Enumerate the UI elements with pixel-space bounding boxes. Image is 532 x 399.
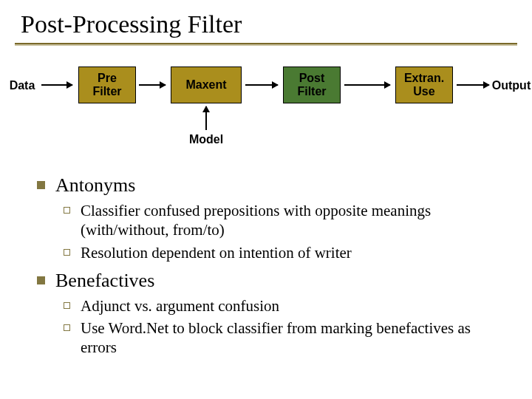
list-item: Resolution dependent on intention of wri… [64, 243, 510, 262]
maxent-box: Maxent [171, 66, 242, 103]
title-underline [15, 43, 517, 44]
section-heading: Antonyms [55, 174, 135, 197]
list-item: Classifier confused prepositions with op… [64, 201, 510, 240]
arrow-icon [344, 84, 390, 86]
arrow-up-icon [205, 106, 207, 130]
content-area: Antonyms Classifier confused preposition… [0, 171, 532, 358]
section-antonyms: Antonyms Classifier confused preposition… [37, 174, 510, 262]
arrow-icon [139, 84, 166, 86]
output-label: Output [491, 79, 532, 92]
arrow-icon [457, 84, 489, 86]
pipeline-diagram: Data Pre Filter Maxent Post Filter Extra… [0, 53, 532, 171]
hollow-square-bullet-icon [64, 324, 70, 331]
postfilter-label: Post Filter [297, 72, 326, 98]
list-item-text: Classifier confused prepositions with op… [81, 201, 510, 240]
maxent-label: Maxent [185, 78, 226, 92]
hollow-square-bullet-icon [64, 207, 70, 214]
slide-title: Post-Processing Filter [0, 0, 532, 43]
square-bullet-icon [37, 276, 45, 284]
prefilter-label: Pre Filter [92, 72, 121, 98]
extran-label: Extran. Use [404, 72, 444, 98]
list-item-text: Resolution dependent on intention of wri… [81, 243, 352, 262]
section-benefactives: Benefactives Adjunct vs. argument confus… [37, 270, 510, 358]
list-item-text: Adjunct vs. argument confusion [81, 296, 279, 316]
arrow-icon [41, 84, 72, 86]
list-item: Adjunct vs. argument confusion [64, 296, 510, 316]
list-item-text: Use Word.Net to block classifier from ma… [81, 318, 510, 358]
extran-box: Extran. Use [395, 66, 453, 103]
hollow-square-bullet-icon [64, 249, 70, 256]
list-item: Use Word.Net to block classifier from ma… [64, 318, 510, 358]
model-label: Model [183, 133, 230, 146]
square-bullet-icon [37, 181, 45, 189]
arrow-icon [245, 84, 278, 86]
hollow-square-bullet-icon [64, 302, 70, 309]
prefilter-box: Pre Filter [78, 66, 136, 103]
postfilter-box: Post Filter [283, 66, 341, 103]
data-label: Data [4, 79, 40, 92]
section-heading: Benefactives [55, 270, 154, 292]
